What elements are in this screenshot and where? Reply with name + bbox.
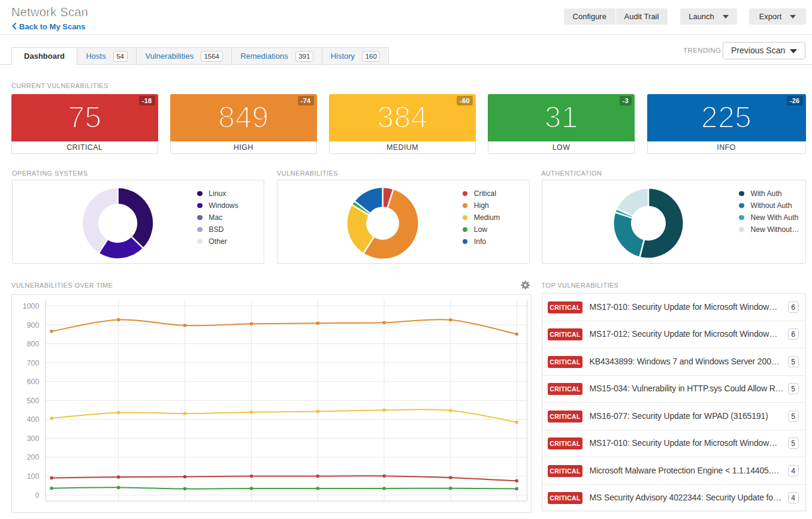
svg-text:900: 900 <box>27 321 40 330</box>
svg-text:700: 700 <box>27 359 40 367</box>
svg-text:600: 600 <box>27 378 40 386</box>
svg-text:100: 100 <box>27 472 40 481</box>
svg-text:200: 200 <box>27 453 40 461</box>
svg-text:300: 300 <box>27 434 40 443</box>
svg-text:500: 500 <box>27 397 40 405</box>
svg-text:800: 800 <box>27 340 40 348</box>
svg-text:0: 0 <box>35 491 40 500</box>
svg-text:400: 400 <box>27 415 40 424</box>
svg-text:1000: 1000 <box>23 302 40 310</box>
